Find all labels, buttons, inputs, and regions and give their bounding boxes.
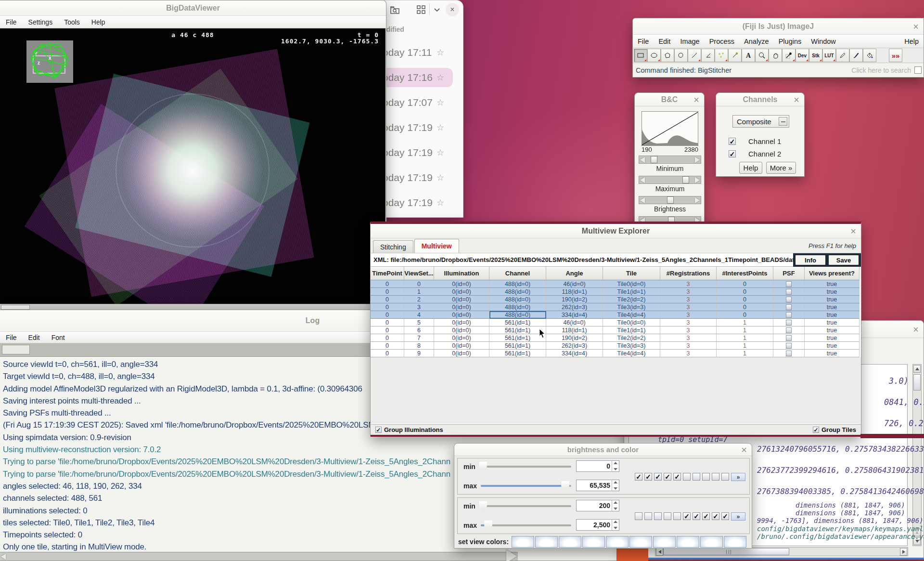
table-cell[interactable]: 0(id=0) bbox=[434, 319, 489, 326]
table-cell[interactable]: 0(id=0) bbox=[434, 334, 489, 342]
checkbox-checked-icon[interactable]: ✓ bbox=[635, 473, 642, 481]
column-header-5[interactable]: Angle bbox=[546, 267, 603, 280]
log-menu-font[interactable]: Font bbox=[46, 332, 71, 343]
table-cell[interactable]: Tile4(id=4) bbox=[603, 350, 660, 357]
table-cell[interactable]: 8 bbox=[404, 342, 434, 350]
checkbox-unchecked-icon[interactable] bbox=[712, 473, 719, 481]
table-cell[interactable]: 1 bbox=[717, 334, 773, 342]
spinner-down-icon[interactable] bbox=[614, 468, 617, 470]
bdv-menu-tools[interactable]: Tools bbox=[58, 16, 86, 28]
table-cell[interactable]: 488(id=0) bbox=[489, 303, 546, 311]
spinner-buttons[interactable] bbox=[612, 461, 619, 471]
checkbox-checked-icon[interactable]: ✓ bbox=[375, 427, 382, 433]
max-slider[interactable] bbox=[481, 485, 571, 487]
spinner-up-icon[interactable] bbox=[614, 481, 617, 483]
max-spinner[interactable]: 2,500 bbox=[576, 519, 619, 531]
table-row[interactable]: 040(id=0)488(id=0)334(id=4)Tile4(id=4)30… bbox=[371, 311, 861, 319]
table-cell[interactable]: true bbox=[805, 342, 860, 350]
table-cell[interactable]: 190(id=2) bbox=[546, 296, 603, 303]
checkbox-unchecked-icon[interactable] bbox=[644, 512, 652, 520]
checkbox-unchecked-icon[interactable] bbox=[673, 512, 681, 520]
bdv-menu-settings[interactable]: Settings bbox=[23, 16, 59, 28]
table-cell[interactable]: 0 bbox=[371, 303, 404, 311]
table-cell[interactable]: 561(id=1) bbox=[489, 334, 546, 342]
table-cell[interactable]: 0(id=0) bbox=[434, 303, 489, 311]
table-row[interactable]: 000(id=0)488(id=0)46(id=0)Tile0(id=0)30t… bbox=[371, 280, 861, 288]
table-cell[interactable]: 262(id=3) bbox=[546, 342, 603, 350]
checkbox-unchecked-icon[interactable] bbox=[702, 473, 710, 481]
table-cell[interactable] bbox=[773, 319, 805, 326]
slider-right-arrow-icon[interactable] bbox=[695, 157, 700, 163]
table-cell[interactable]: 3 bbox=[660, 350, 717, 357]
star-icon[interactable]: ☆ bbox=[436, 122, 444, 133]
table-cell[interactable]: 0 bbox=[371, 280, 404, 288]
star-icon[interactable]: ☆ bbox=[436, 97, 444, 108]
rectangle-tool-icon[interactable] bbox=[634, 49, 647, 62]
table-cell[interactable]: 1 bbox=[717, 326, 773, 334]
table-cell[interactable]: Tile2(id=2) bbox=[603, 296, 660, 303]
bdv-menu-help[interactable]: Help bbox=[86, 16, 111, 28]
imagej-search-placeholder[interactable]: Click here to search bbox=[851, 66, 911, 74]
table-cell[interactable]: 0(id=0) bbox=[434, 311, 489, 319]
table-cell[interactable]: 0 bbox=[371, 334, 404, 342]
table-row[interactable]: 020(id=0)488(id=0)190(id=2)Tile2(id=2)30… bbox=[371, 296, 861, 303]
spinner-up-icon[interactable] bbox=[614, 501, 617, 504]
column-header-3[interactable]: Illumination bbox=[434, 267, 489, 280]
checkbox-checked-icon[interactable]: ✓ bbox=[664, 473, 671, 481]
table-cell[interactable]: 3 bbox=[660, 296, 717, 303]
table-row[interactable]: 010(id=0)488(id=0)118(id=1)Tile1(id=1)30… bbox=[371, 288, 861, 296]
file-list-item[interactable]: oday 17:19☆ bbox=[382, 118, 454, 137]
checkbox-unchecked-icon[interactable] bbox=[664, 512, 671, 520]
table-cell[interactable]: 5 bbox=[404, 319, 434, 326]
table-cell[interactable]: 0(id=0) bbox=[434, 280, 489, 288]
table-row[interactable]: 050(id=0)561(id=1)46(id=0)Tile0(id=0)31t… bbox=[371, 319, 861, 326]
close-icon[interactable]: × bbox=[693, 96, 699, 104]
spinner-down-icon[interactable] bbox=[614, 527, 617, 529]
spinner-buttons[interactable] bbox=[612, 520, 619, 530]
slider-thumb[interactable] bbox=[651, 156, 657, 163]
view-color-button[interactable] bbox=[653, 536, 676, 548]
table-cell[interactable]: 0 bbox=[371, 311, 404, 319]
slider-thumb[interactable] bbox=[479, 462, 487, 471]
text-tool-icon[interactable]: A bbox=[742, 49, 755, 62]
stk-tool-icon[interactable]: Stk bbox=[809, 49, 822, 62]
polygon-tool-icon[interactable] bbox=[661, 49, 674, 62]
expand-button[interactable]: » bbox=[731, 512, 745, 521]
table-cell[interactable]: Tile1(id=1) bbox=[603, 326, 660, 334]
view-color-button[interactable] bbox=[724, 536, 746, 548]
slider-right-arrow-icon[interactable] bbox=[695, 177, 700, 183]
checkbox-checked-icon[interactable]: ✓ bbox=[702, 512, 710, 520]
close-icon[interactable]: × bbox=[913, 23, 919, 30]
slider-right-arrow-icon[interactable] bbox=[695, 197, 700, 203]
imagej-menu-edit[interactable]: Edit bbox=[654, 36, 675, 47]
view-color-button[interactable] bbox=[700, 536, 723, 548]
table-cell[interactable] bbox=[773, 296, 805, 303]
table-cell[interactable]: 488(id=0) bbox=[489, 288, 546, 296]
table-cell[interactable]: 2 bbox=[404, 296, 434, 303]
checkbox-checked-icon[interactable]: ✓ bbox=[693, 512, 700, 520]
table-cell[interactable]: 0 bbox=[371, 342, 404, 350]
scroll-left-icon[interactable] bbox=[656, 548, 663, 556]
column-header-4[interactable]: Channel bbox=[489, 267, 546, 280]
psf-checkbox[interactable] bbox=[786, 304, 792, 310]
table-cell[interactable]: 561(id=1) bbox=[489, 319, 546, 326]
close-icon[interactable]: × bbox=[741, 446, 747, 454]
bdv-viewport[interactable]: a 46 c 488 t = 0 1602.7, 9030.3, -1765.3… bbox=[0, 28, 385, 304]
spinner-buttons[interactable] bbox=[612, 480, 619, 491]
table-cell[interactable]: 9 bbox=[404, 350, 434, 357]
bdv-minimap-wireframe[interactable]: y x z bbox=[26, 40, 73, 83]
expand-button[interactable]: » bbox=[731, 473, 745, 481]
table-cell[interactable]: true bbox=[805, 288, 860, 296]
star-icon[interactable]: ☆ bbox=[436, 147, 444, 158]
bdv-menu-file[interactable]: File bbox=[0, 16, 23, 28]
table-cell[interactable]: 0 bbox=[404, 280, 434, 288]
fill-tool-icon[interactable] bbox=[863, 49, 876, 62]
log-horizontal-scrollbar[interactable] bbox=[0, 552, 518, 561]
console-hscroll-thumb[interactable] bbox=[663, 548, 789, 555]
table-cell[interactable]: 488(id=0) bbox=[489, 311, 546, 319]
more-tool-icon[interactable]: »» bbox=[889, 49, 902, 62]
psf-checkbox[interactable] bbox=[786, 289, 792, 295]
table-cell[interactable]: 0 bbox=[371, 326, 404, 334]
table-cell[interactable]: 0 bbox=[717, 303, 773, 311]
maximum-slider[interactable] bbox=[639, 176, 701, 184]
